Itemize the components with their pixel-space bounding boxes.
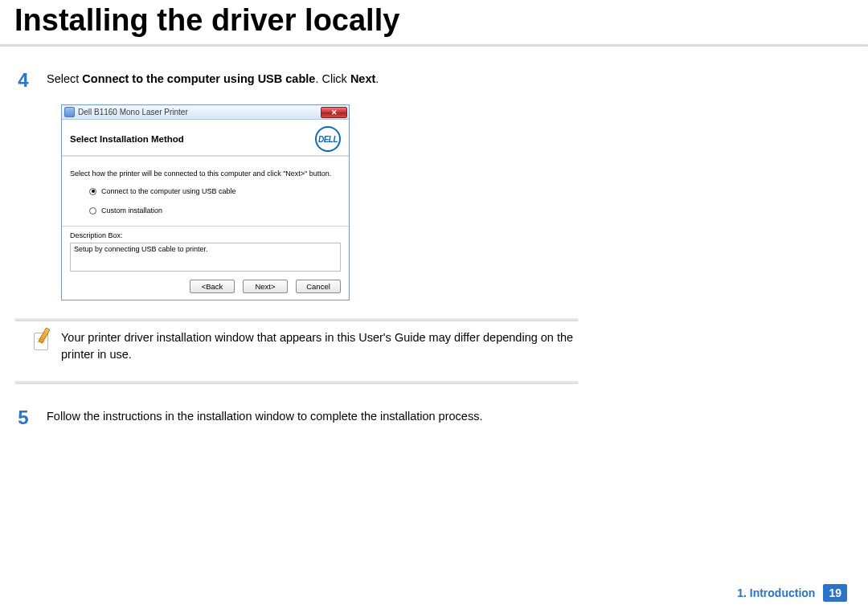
footer-page-number: 19 <box>823 584 847 602</box>
radio-custom-label: Custom installation <box>101 206 162 215</box>
back-button[interactable]: <Back <box>190 280 235 293</box>
dialog-titlebar: Dell B1160 Mono Laser Printer ✕ <box>62 105 349 120</box>
note-bottom-rule <box>14 381 579 384</box>
radio-icon <box>89 188 96 195</box>
step-text: Follow the instructions in the installat… <box>47 408 579 425</box>
installer-dialog: Dell B1160 Mono Laser Printer ✕ Select I… <box>61 104 350 300</box>
description-box: Setup by connecting USB cable to printer… <box>70 243 341 272</box>
step-5: 5 Follow the instructions in the install… <box>14 408 579 427</box>
step-text: Select Connect to the computer using USB… <box>47 71 579 88</box>
dell-logo-icon: DELL <box>315 126 341 152</box>
dialog-app-icon <box>64 107 75 117</box>
page-title: Installing the driver locally <box>14 0 868 44</box>
dialog-heading: Select Installation Method <box>70 134 184 144</box>
footer-chapter: 1. Introduction <box>737 586 815 599</box>
dialog-window-title: Dell B1160 Mono Laser Printer <box>78 108 321 116</box>
step-4: 4 Select Connect to the computer using U… <box>14 71 579 90</box>
note-text: Your printer driver installation window … <box>61 329 579 363</box>
radio-usb[interactable]: Connect to the computer using USB cable <box>89 187 341 195</box>
step-4-frag1: Select <box>47 72 82 85</box>
step-4-frag3: . <box>375 72 379 85</box>
radio-usb-label: Connect to the computer using USB cable <box>101 187 236 195</box>
cancel-button[interactable]: Cancel <box>296 280 341 293</box>
step-number: 5 <box>14 408 32 427</box>
step-4-frag2: . Click <box>315 72 350 85</box>
step-number: 4 <box>14 71 32 90</box>
radio-icon <box>89 207 96 215</box>
header-divider <box>0 44 868 47</box>
note-top-rule <box>14 318 579 321</box>
step-4-bold1: Connect to the computer using USB cable <box>82 72 315 85</box>
note-pencil-icon <box>32 329 50 350</box>
step-4-bold2: Next <box>350 72 375 85</box>
close-button[interactable]: ✕ <box>321 107 347 118</box>
page-footer: 1. Introduction 19 <box>737 584 847 602</box>
dialog-instruction: Select how the printer will be connected… <box>70 170 341 178</box>
next-button[interactable]: Next> <box>243 280 288 293</box>
description-label: Description Box: <box>70 231 341 239</box>
radio-custom[interactable]: Custom installation <box>89 206 341 215</box>
note-block: Your printer driver installation window … <box>14 329 579 363</box>
